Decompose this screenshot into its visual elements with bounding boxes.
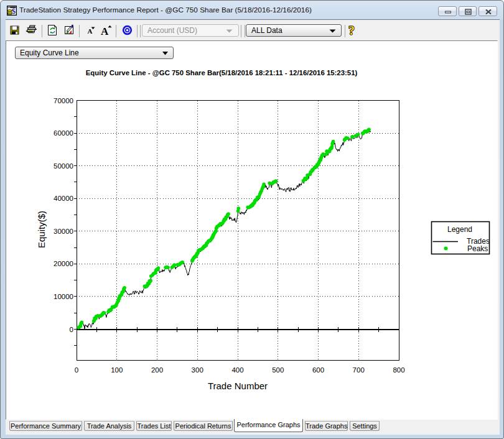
svg-text:?: ?	[348, 24, 355, 37]
svg-text:A: A	[101, 25, 109, 37]
svg-text:A: A	[88, 27, 93, 35]
